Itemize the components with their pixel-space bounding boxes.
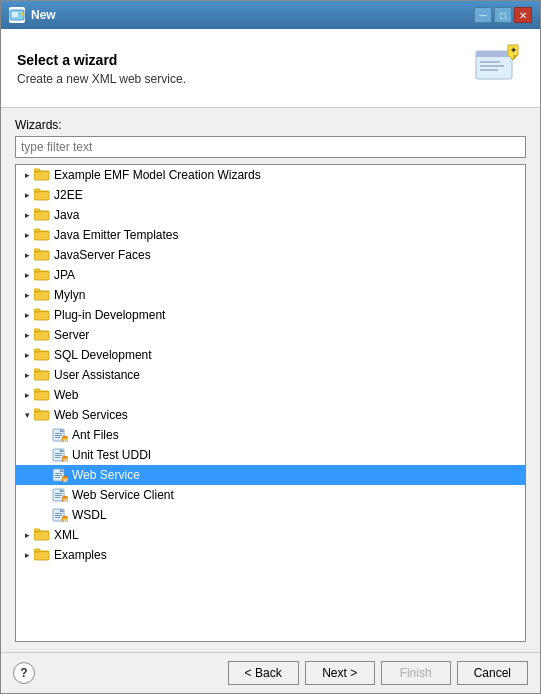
svg-rect-86 bbox=[55, 515, 62, 516]
svg-rect-69 bbox=[55, 473, 62, 474]
expand-arrow: ▾ bbox=[20, 408, 34, 422]
expand-arrow: ▸ bbox=[20, 348, 34, 362]
tree-item-unit-test-uddi[interactable]: W Unit Test UDDI bbox=[16, 445, 525, 465]
tree-item-web-service[interactable]: W Web Service bbox=[16, 465, 525, 485]
footer: ? < Back Next > Finish Cancel bbox=[1, 652, 540, 693]
svg-rect-7 bbox=[480, 69, 498, 71]
tree-item-j2ee[interactable]: ▸ J2EE bbox=[16, 185, 525, 205]
item-label: Java Emitter Templates bbox=[54, 228, 179, 242]
svg-rect-5 bbox=[480, 61, 500, 63]
tree-item-sql-dev[interactable]: ▸ SQL Development bbox=[16, 345, 525, 365]
expand-arrow bbox=[38, 428, 52, 442]
item-label: Ant Files bbox=[72, 428, 119, 442]
tree-item-java[interactable]: ▸ Java bbox=[16, 205, 525, 225]
svg-rect-1 bbox=[12, 12, 18, 17]
tree-item-web-service-client[interactable]: W Web Service Client bbox=[16, 485, 525, 505]
item-label: Web Services bbox=[54, 408, 128, 422]
svg-rect-43 bbox=[34, 371, 49, 372]
tree-item-server[interactable]: ▸ Server bbox=[16, 325, 525, 345]
svg-rect-13 bbox=[34, 171, 49, 172]
filter-input[interactable] bbox=[15, 136, 526, 158]
folder-icon bbox=[34, 548, 50, 562]
tree-item-user-assistance[interactable]: ▸ User Assistance bbox=[16, 365, 525, 385]
item-label: Unit Test UDDI bbox=[72, 448, 151, 462]
tree-item-xml[interactable]: ▸ XML bbox=[16, 525, 525, 545]
help-button[interactable]: ? bbox=[13, 662, 35, 684]
expand-arrow: ▸ bbox=[20, 208, 34, 222]
item-label: Example EMF Model Creation Wizards bbox=[54, 168, 261, 182]
tree-item-web-services[interactable]: ▾ Web Services bbox=[16, 405, 525, 425]
svg-marker-9 bbox=[513, 55, 518, 60]
svg-text:W: W bbox=[63, 517, 68, 523]
header-area: Select a wizard Create a new XML web ser… bbox=[1, 29, 540, 108]
tree-item-mylyn[interactable]: ▸ Mylyn bbox=[16, 285, 525, 305]
expand-arrow bbox=[38, 508, 52, 522]
maximize-button[interactable]: □ bbox=[494, 7, 512, 23]
svg-rect-87 bbox=[55, 517, 60, 518]
cancel-button[interactable]: Cancel bbox=[457, 661, 528, 685]
folder-icon bbox=[34, 268, 50, 282]
new-wizard-window: New ─ □ ✕ Select a wizard Create a new X… bbox=[0, 0, 541, 694]
title-controls: ─ □ ✕ bbox=[474, 7, 532, 23]
svg-rect-95 bbox=[34, 551, 49, 552]
tree-item-java-emitter[interactable]: ▸ Java Emitter Templates bbox=[16, 225, 525, 245]
window-icon bbox=[9, 7, 25, 23]
svg-rect-62 bbox=[55, 455, 62, 456]
tree-item-plugin-dev[interactable]: ▸ Plug-in Development bbox=[16, 305, 525, 325]
item-label: Web Service Client bbox=[72, 488, 174, 502]
wizards-label: Wizards: bbox=[15, 118, 526, 132]
svg-rect-49 bbox=[34, 411, 49, 412]
svg-rect-70 bbox=[55, 475, 62, 476]
svg-rect-77 bbox=[55, 493, 62, 494]
tree-item-web[interactable]: ▸ Web bbox=[16, 385, 525, 405]
close-button[interactable]: ✕ bbox=[514, 7, 532, 23]
expand-arrow: ▸ bbox=[20, 548, 34, 562]
svg-text:W: W bbox=[63, 457, 68, 463]
wizard-tree[interactable]: ▸ Example EMF Model Creation Wizards▸ J2… bbox=[15, 164, 526, 642]
tree-item-examples[interactable]: ▸ Examples bbox=[16, 545, 525, 565]
item-label: Server bbox=[54, 328, 89, 342]
expand-arrow: ▸ bbox=[20, 528, 34, 542]
tree-item-javaserver-faces[interactable]: ▸ JavaServer Faces bbox=[16, 245, 525, 265]
tree-item-jpa[interactable]: ▸ JPA bbox=[16, 265, 525, 285]
item-label: JPA bbox=[54, 268, 75, 282]
item-label: Web Service bbox=[72, 468, 140, 482]
folder-icon bbox=[34, 528, 50, 542]
tree-item-wsdl[interactable]: W WSDL bbox=[16, 505, 525, 525]
file-icon: W bbox=[52, 448, 68, 462]
svg-rect-79 bbox=[55, 497, 60, 498]
item-label: XML bbox=[54, 528, 79, 542]
svg-rect-40 bbox=[34, 351, 49, 352]
wizard-title: Select a wizard bbox=[17, 52, 186, 68]
svg-rect-16 bbox=[34, 191, 49, 192]
svg-rect-6 bbox=[480, 65, 504, 67]
svg-text:✦: ✦ bbox=[510, 46, 517, 55]
item-label: SQL Development bbox=[54, 348, 152, 362]
svg-rect-37 bbox=[34, 331, 49, 332]
svg-rect-53 bbox=[55, 433, 62, 434]
folder-icon bbox=[34, 248, 50, 262]
item-label: User Assistance bbox=[54, 368, 140, 382]
file-icon: W bbox=[52, 508, 68, 522]
back-button[interactable]: < Back bbox=[228, 661, 299, 685]
file-icon: W bbox=[52, 468, 68, 482]
item-label: Java bbox=[54, 208, 79, 222]
svg-rect-28 bbox=[34, 271, 49, 272]
svg-rect-71 bbox=[55, 477, 60, 478]
minimize-button[interactable]: ─ bbox=[474, 7, 492, 23]
folder-icon bbox=[34, 168, 50, 182]
expand-arrow: ▸ bbox=[20, 368, 34, 382]
finish-button[interactable]: Finish bbox=[381, 661, 451, 685]
item-label: JavaServer Faces bbox=[54, 248, 151, 262]
tree-item-ant-files[interactable]: W Ant Files bbox=[16, 425, 525, 445]
next-button[interactable]: Next > bbox=[305, 661, 375, 685]
expand-arrow: ▸ bbox=[20, 308, 34, 322]
file-icon: W bbox=[52, 488, 68, 502]
folder-icon bbox=[34, 328, 50, 342]
expand-arrow: ▸ bbox=[20, 388, 34, 402]
item-label: WSDL bbox=[72, 508, 107, 522]
expand-arrow bbox=[38, 468, 52, 482]
item-label: Examples bbox=[54, 548, 107, 562]
tree-item-example-emf[interactable]: ▸ Example EMF Model Creation Wizards bbox=[16, 165, 525, 185]
folder-icon bbox=[34, 368, 50, 382]
